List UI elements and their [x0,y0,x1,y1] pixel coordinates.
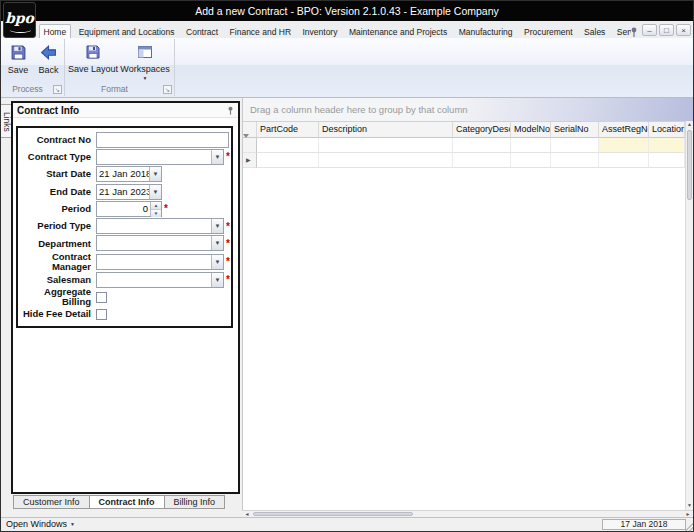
vertical-scrollbar-thumb[interactable] [687,130,692,200]
required-marker: * [164,203,168,214]
tab-sales[interactable]: Sales [581,24,609,38]
contract-no-label: Contract No [18,135,96,145]
filter-cell-location[interactable] [649,138,685,153]
chevron-down-icon[interactable]: ▼ [149,167,161,181]
scroll-down-icon[interactable]: ▼ [686,502,693,510]
workspaces-icon [137,44,153,62]
cell-assetregno[interactable] [599,153,649,168]
panel-pin-icon[interactable] [225,105,236,116]
tab-contract-info[interactable]: Contract Info [90,495,165,509]
department-value [97,236,211,250]
tab-billing-info[interactable]: Billing Info [165,495,226,509]
contract-manager-select[interactable]: ▼ [96,254,224,270]
cell-partcode[interactable] [257,153,319,168]
back-button[interactable]: Back [34,42,63,85]
cell-description[interactable] [319,153,453,168]
tab-customer-info[interactable]: Customer Info [13,495,90,509]
spinner-up-icon[interactable]: ▲ [151,202,161,210]
open-windows-button[interactable]: Open Windows ▼ [6,519,75,530]
bpo-logo-text: bpo [5,10,34,26]
format-dialog-launcher-icon[interactable]: ↘ [163,85,172,94]
aggregate-billing-label: Aggregate Billing [18,287,96,306]
close-button[interactable]: × [676,24,691,36]
column-header-assetregno[interactable]: AssetRegNo [599,122,649,138]
department-select[interactable]: ▼ [96,235,224,251]
spinner-down-icon[interactable]: ▼ [151,210,161,217]
end-date-picker[interactable]: 21 Jan 2023 ▼ [96,184,162,200]
end-date-value: 21 Jan 2023 [97,185,149,199]
tab-inventory[interactable]: Inventory [299,24,341,38]
filter-cell-categorydesc[interactable] [453,138,511,153]
process-dialog-launcher-icon[interactable]: ↘ [53,85,62,94]
maximize-button[interactable]: □ [659,24,674,36]
required-marker: * [226,221,230,232]
horizontal-scrollbar[interactable]: ◄ ► [242,510,693,517]
chevron-down-icon[interactable]: ▼ [211,150,223,164]
period-label: Period [18,204,96,214]
column-header-description[interactable]: Description [319,122,453,138]
tab-contract[interactable]: Contract [183,24,222,38]
chevron-down-icon[interactable]: ▼ [211,219,223,233]
workspaces-button[interactable]: Workspaces ▼ [119,42,171,85]
column-header-partcode[interactable]: PartCode [257,122,319,138]
column-header-location[interactable]: Location [649,122,685,138]
save-button[interactable]: Save [3,42,33,85]
tab-equipment-and-locations[interactable]: Equipment and Locations [75,24,178,38]
required-marker: * [226,151,230,162]
back-arrow-icon [40,44,57,63]
hide-fee-detail-label: Hide Fee Detail [18,309,96,319]
resize-grip[interactable] [684,522,693,531]
contract-no-input[interactable] [96,132,229,148]
minimize-button[interactable]: – [642,24,657,36]
tab-home[interactable]: Home [39,24,71,38]
chevron-down-icon[interactable]: ▼ [211,255,223,269]
open-windows-label: Open Windows [6,519,67,530]
app-window: Add a new Contract - BPO: Version 2.1.0.… [0,0,694,532]
chevron-down-icon[interactable]: ▼ [149,185,161,199]
chevron-down-icon[interactable]: ▼ [211,236,223,250]
contract-type-value [97,150,211,164]
cell-serialno[interactable] [551,153,599,168]
cell-location[interactable] [649,153,685,168]
filter-cell-serialno[interactable] [551,138,599,153]
aggregate-billing-checkbox[interactable] [96,292,107,303]
pin-icon[interactable] [628,24,640,36]
cell-categorydesc[interactable] [453,153,511,168]
chevron-down-icon[interactable]: ▼ [211,273,223,287]
column-header-categorydesc[interactable]: CategoryDesc [453,122,511,138]
horizontal-scrollbar-thumb[interactable] [253,512,413,516]
save-icon [10,44,27,63]
row-indicator: ▶ [243,153,257,168]
tab-manufacturing[interactable]: Manufacturing [455,24,516,38]
hide-fee-detail-checkbox[interactable] [96,309,107,320]
period-type-select[interactable]: ▼ [96,218,224,234]
vertical-scrollbar[interactable]: ▲ ▼ [685,121,693,510]
column-header-modelno[interactable]: ModelNo [511,122,551,138]
filter-icon [243,134,249,155]
tab-finance-and-hr[interactable]: Finance and HR [226,24,294,38]
save-layout-button[interactable]: Save Layout [67,42,119,85]
filter-cell-modelno[interactable] [511,138,551,153]
save-button-label: Save [8,65,29,75]
start-date-picker[interactable]: 21 Jan 2018 ▼ [96,166,162,182]
field-row-start-date: Start Date 21 Jan 2018 ▼ [18,166,231,183]
contract-type-select[interactable]: ▼ [96,149,224,165]
filter-cell-assetregno[interactable] [599,138,649,153]
column-header-serialno[interactable]: SerialNo [551,122,599,138]
cell-modelno[interactable] [511,153,551,168]
filter-cell-partcode[interactable] [257,138,319,153]
filter-row-indicator [243,138,257,153]
tab-maintenance-and-projects[interactable]: Maintenance and Projects [345,24,450,38]
ribbon-group-format: Save Layout Workspaces ▼ Format ↘ [65,39,175,96]
filter-cell-description[interactable] [319,138,453,153]
scroll-up-icon[interactable]: ▲ [686,121,693,129]
salesman-select[interactable]: ▼ [96,272,224,288]
tab-procurement[interactable]: Procurement [520,24,576,38]
workspaces-dropdown-icon[interactable]: ▼ [143,75,148,81]
parts-grid: Drag a column header here to group by th… [242,98,693,510]
grid-group-by-panel[interactable]: Drag a column header here to group by th… [243,98,693,121]
field-row-period-type: Period Type ▼ * [18,217,231,234]
field-row-contract-manager: Contract Manager ▼ * [18,252,231,271]
period-spinner[interactable]: 0 ▲ ▼ [96,201,162,217]
contract-info-panel: Contract Info Contract No Contract Type … [11,101,240,494]
